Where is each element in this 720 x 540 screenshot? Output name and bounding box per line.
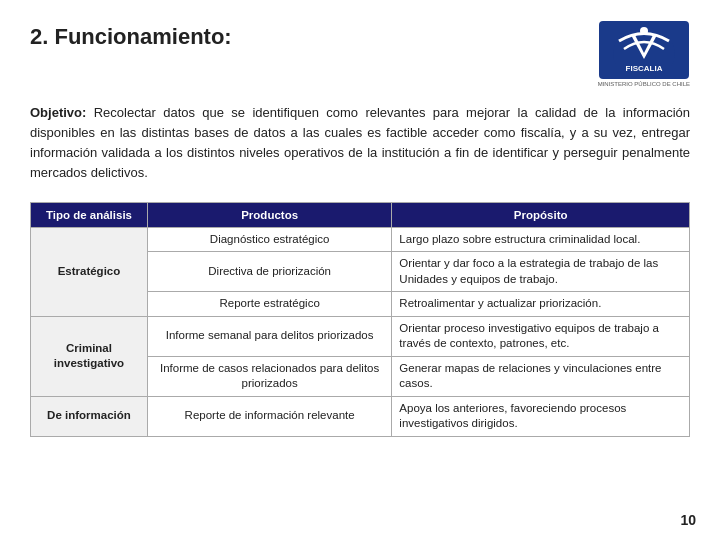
cell-producto: Reporte de información relevante <box>147 396 391 436</box>
cell-tipo: Criminalinvestigativo <box>31 316 148 396</box>
svg-point-2 <box>640 27 648 35</box>
slide-title: 2. Funcionamiento: <box>30 24 232 50</box>
cell-proposito: Apoya los anteriores, favoreciendo proce… <box>392 396 690 436</box>
page-number: 10 <box>680 512 696 528</box>
logo-subtitle: MINISTERIO PÚBLICO DE CHILE <box>598 81 690 87</box>
fiscalia-logo: FISCALIA <box>599 20 689 80</box>
cell-producto: Informe semanal para delitos priorizados <box>147 316 391 356</box>
cell-proposito: Generar mapas de relaciones y vinculacio… <box>392 356 690 396</box>
table-row: De informaciónReporte de información rel… <box>31 396 690 436</box>
table-row: EstratégicoDiagnóstico estratégicoLargo … <box>31 227 690 252</box>
cell-tipo: Estratégico <box>31 227 148 316</box>
cell-tipo: De información <box>31 396 148 436</box>
cell-proposito: Retroalimentar y actualizar priorización… <box>392 292 690 317</box>
svg-text:FISCALIA: FISCALIA <box>625 64 662 73</box>
col-header-tipo: Tipo de análisis <box>31 202 148 227</box>
table-header-row: Tipo de análisis Productos Propósito <box>31 202 690 227</box>
analysis-table: Tipo de análisis Productos Propósito Est… <box>30 202 690 437</box>
cell-proposito: Largo plazo sobre estructura criminalida… <box>392 227 690 252</box>
cell-producto: Reporte estratégico <box>147 292 391 317</box>
cell-producto: Informe de casos relacionados para delit… <box>147 356 391 396</box>
header-row: 2. Funcionamiento: FISCALIA MINISTERIO P… <box>30 20 690 87</box>
col-header-proposito: Propósito <box>392 202 690 227</box>
cell-producto: Diagnóstico estratégico <box>147 227 391 252</box>
objective-paragraph: Objetivo: Recolectar datos que se identi… <box>30 103 690 184</box>
objective-text: Recolectar datos que se identifiquen com… <box>30 105 690 180</box>
cell-proposito: Orientar y dar foco a la estrategia de t… <box>392 252 690 292</box>
cell-producto: Directiva de priorización <box>147 252 391 292</box>
logo-container: FISCALIA MINISTERIO PÚBLICO DE CHILE <box>598 20 690 87</box>
cell-proposito: Orientar proceso investigativo equipos d… <box>392 316 690 356</box>
slide-container: 2. Funcionamiento: FISCALIA MINISTERIO P… <box>0 0 720 540</box>
col-header-productos: Productos <box>147 202 391 227</box>
objective-label: Objetivo: <box>30 105 86 120</box>
table-row: CriminalinvestigativoInforme semanal par… <box>31 316 690 356</box>
